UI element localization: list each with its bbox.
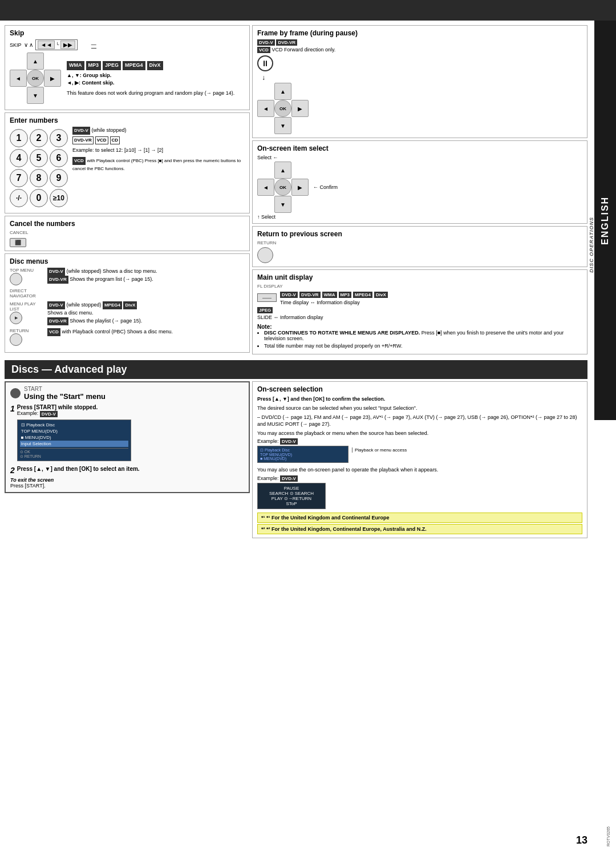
on-screen-selection-section: On-screen selection Press [▲, ▼] and the… [252, 381, 587, 538]
note-list: DISC CONTINUES TO ROTATE WHILE MENUS ARE… [257, 330, 582, 349]
fl-display-button[interactable]: —— [257, 293, 277, 302]
dpad-left[interactable]: ◄ [10, 70, 27, 87]
content-skip-text: ◄, ▶: Content skip. [67, 79, 234, 87]
vcd-forward-note: VCD Forward direction only. [271, 47, 335, 53]
badge-dvdv-mu: DVD-V [280, 292, 298, 298]
num-0[interactable]: 0 [30, 189, 48, 207]
return-disc-btn[interactable] [10, 333, 22, 346]
num-3[interactable]: 3 [50, 129, 68, 147]
num-8[interactable]: 8 [30, 169, 48, 187]
step2-num: 2 [10, 466, 15, 475]
dpad-up[interactable]: ▲ [27, 53, 44, 70]
group-skip-text: ▲, ▼: Group skip. [67, 72, 234, 80]
badge-dvdv-num: DVD-V [72, 127, 90, 135]
cancel-numbers-title: Cancel the numbers [10, 220, 245, 228]
pause-screen-sim: PAUSE SEARCH ⊙ SEARCH PLAY ⊙→RETURN SToP [257, 483, 326, 509]
topmenu-btn[interactable] [10, 273, 22, 285]
os-para3: You may access the playback or menu when… [257, 430, 582, 437]
num-4[interactable]: 4 [10, 149, 28, 167]
step2-text: Press [▲, ▼] and then [OK] to select an … [17, 466, 140, 472]
select-label: Select [257, 155, 271, 160]
step1-content: Press [START] while stopped. Example: DV… [17, 404, 131, 463]
on-screen-select-section: On-screen item select Select ← ▲ ▼ ◄ ▶ O… [252, 140, 587, 224]
skip-fwd-btn[interactable]: ▶▶ [60, 41, 75, 49]
badge-dvdv-tm: DVD-V [47, 268, 65, 276]
os-dpad-down[interactable]: ▼ [274, 196, 291, 213]
start-label: START [24, 386, 106, 392]
skip-back-btn[interactable]: ◄◄ [38, 41, 55, 49]
return-previous-title: Return to previous screen [257, 230, 582, 238]
ff-dpad-ok[interactable]: OK [274, 100, 291, 117]
screen-footer: ⊙ OK ⊙ RETURN [20, 448, 128, 459]
badge-dvdvr-ff: DVD-VR [276, 39, 297, 46]
badge-dvdv-start: DVD-V [40, 411, 58, 417]
note-item-1: DISC CONTINUES TO ROTATE WHILE MENUS ARE… [264, 330, 582, 341]
skip-label: SKIP [10, 42, 22, 48]
skip-section: Skip SKIP ∨ ∧ ◄◄ └ ▶▶ — ▲ ▼ [5, 25, 250, 110]
menu-btn[interactable]: ▶ [10, 312, 22, 324]
badge-mpeg4: MPEG4 [123, 61, 145, 70]
disc-menu-menu: MENU PLAY LIST ▶ DVD-V (while stopped) M… [10, 301, 245, 325]
enter-numbers-section: Enter numbers 1 2 3 4 5 6 7 8 9 [5, 112, 250, 213]
disc-menu-return: RETURN VCD with Playback control (PBC) S… [10, 328, 245, 346]
os-dpad-left[interactable]: ◄ [257, 179, 274, 196]
top-bar [0, 0, 616, 21]
os-para4: You may also use the on-screen panel to … [257, 466, 582, 474]
example2-label: Example: [257, 438, 279, 444]
dpad-right[interactable]: ▶ [44, 70, 61, 87]
dpad-down[interactable]: ▼ [27, 87, 44, 104]
on-screen-select-title: On-screen item select [257, 144, 582, 152]
vcd-pbc-text: with Playback control (PBC) Press [■] an… [72, 158, 241, 171]
return-button[interactable] [257, 247, 273, 263]
badge-dvdvr-mu: DVD-VR [299, 292, 321, 298]
badge-vcd-ff: VCD [257, 47, 270, 53]
cancel-button[interactable]: ⬛ [10, 238, 26, 247]
return-previous-section: Return to previous screen RETURN [252, 226, 587, 267]
ff-dpad-left[interactable]: ◄ [257, 100, 274, 117]
num-example: Example: to select 12: [≥10] → [1] → [2] [72, 147, 245, 155]
os-dpad-right[interactable]: ▶ [291, 179, 309, 196]
num-7[interactable]: 7 [10, 169, 28, 187]
badge-jpeg-mu: JPEG [257, 307, 273, 313]
os-dpad-ok[interactable]: OK [274, 179, 291, 196]
num-9[interactable]: 9 [50, 169, 68, 187]
num-10plus[interactable]: ≥10 [50, 189, 68, 207]
note-box: Note: DISC CONTINUES TO ROTATE WHILE MEN… [257, 324, 582, 349]
os-bold-text: Press [▲, ▼] and then [OK] to confirm th… [257, 396, 582, 403]
num-slash[interactable]: ·/· [10, 189, 28, 207]
skip-controls: SKIP ∨ ∧ ◄◄ └ ▶▶ — [10, 39, 245, 50]
badge-dvdv-ff: DVD-V [257, 39, 275, 46]
ff-dpad: ▲ ▼ ◄ ▶ OK [257, 83, 309, 134]
step2-row: 2 Press [▲, ▼] and then [OK] to select a… [10, 466, 244, 475]
badge-dvdvr-num: DVD-VR [72, 136, 94, 144]
skip-info: WMA MP3 JPEG MPEG4 DivX ▲, ▼: Group skip… [67, 59, 234, 97]
screen2-row0: ⊡ Playback Disc [260, 448, 346, 453]
num-1[interactable]: 1 [10, 129, 28, 147]
playback-menu-note: Playback or menu access [352, 447, 407, 453]
num-5[interactable]: 5 [30, 149, 48, 167]
advanced-left: START Using the "Start" menu 1 Press [ST… [5, 381, 250, 541]
ff-dpad-up[interactable]: ▲ [274, 83, 291, 100]
onscreen-dpad: ▲ ▼ ◄ ▶ OK [257, 162, 309, 213]
badge-wma: WMA [67, 61, 84, 70]
screen2-row1: TOP MENU(DVD) [260, 453, 346, 457]
footnote1-box: *¹ *¹ For the United Kingdom and Contine… [257, 513, 582, 523]
advanced-content: START Using the "Start" menu 1 Press [ST… [5, 381, 587, 541]
num-6[interactable]: 6 [50, 149, 68, 167]
os-dpad-up[interactable]: ▲ [274, 162, 291, 179]
advanced-right: On-screen selection Press [▲, ▼] and the… [252, 381, 587, 541]
num-2[interactable]: 2 [30, 129, 48, 147]
badge-mp3: MP3 [86, 61, 102, 70]
dpad-ok[interactable]: OK [27, 70, 44, 87]
ff-dpad-down[interactable]: ▼ [274, 117, 291, 134]
ps-row1: SEARCH ⊙ SEARCH [260, 491, 323, 496]
badge-divx-mu: DivX [374, 292, 388, 298]
main-unit-display-title: Main unit display [257, 273, 582, 281]
badge-mp3-mu: MP3 [339, 292, 351, 298]
disc-menu-direct: DIRECTNAVIGATOR [10, 288, 245, 299]
badge-wma-mu: WMA [322, 292, 337, 298]
ff-dpad-right[interactable]: ▶ [291, 100, 309, 117]
pause-button[interactable]: ⏸ [257, 55, 273, 71]
ps-row2: PLAY ⊙→RETURN [260, 496, 323, 501]
to-exit-title: To exit the screen [10, 477, 244, 483]
